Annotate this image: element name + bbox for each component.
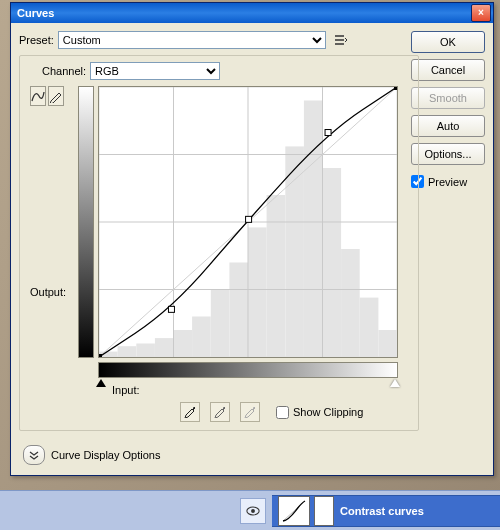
svg-rect-29 (99, 354, 102, 357)
eyedropper-icon (214, 406, 226, 418)
channel-label: Channel: (42, 65, 86, 77)
white-point-slider[interactable] (390, 379, 400, 387)
svg-rect-15 (323, 168, 342, 357)
close-button[interactable]: × (471, 4, 491, 22)
chevron-down-double-icon (29, 450, 39, 460)
curve-tool-button[interactable] (30, 86, 46, 106)
show-clipping-checkbox[interactable] (276, 406, 289, 419)
layer-name-label: Contrast curves (340, 505, 424, 517)
svg-rect-27 (246, 216, 252, 222)
layer-thumbnail-curves (278, 496, 310, 526)
svg-rect-4 (118, 346, 137, 357)
curves-dialog: Curves × Preset: Custom OK Cancel Smooth… (10, 2, 494, 476)
svg-rect-13 (285, 146, 304, 357)
layer-visibility-toggle[interactable] (240, 498, 266, 524)
preset-label: Preset: (19, 34, 54, 46)
pencil-tool-button[interactable] (48, 86, 64, 106)
titlebar[interactable]: Curves × (11, 3, 493, 23)
curve-chart (99, 87, 397, 357)
input-label: Input: (112, 384, 140, 396)
eyedropper-white[interactable] (240, 402, 260, 422)
output-label: Output: (30, 286, 66, 298)
layer-mask-thumbnail (314, 496, 334, 526)
svg-rect-14 (304, 101, 323, 358)
auto-button[interactable]: Auto (411, 115, 485, 137)
preset-menu-button[interactable] (332, 32, 350, 48)
eyedropper-gray[interactable] (210, 402, 230, 422)
svg-rect-30 (394, 87, 397, 90)
smooth-button[interactable]: Smooth (411, 87, 485, 109)
svg-rect-12 (267, 195, 286, 357)
preview-checkbox-row[interactable]: Preview (411, 175, 485, 188)
ok-button[interactable]: OK (411, 31, 485, 53)
output-gradient-bar (78, 86, 94, 358)
curve-scribble-icon (31, 89, 45, 103)
menu-lines-icon (334, 34, 348, 46)
preset-select[interactable]: Custom (58, 31, 326, 49)
svg-rect-6 (155, 338, 174, 357)
eye-icon (246, 506, 260, 516)
channel-select[interactable]: RGB (90, 62, 220, 80)
svg-rect-10 (229, 263, 248, 358)
svg-rect-7 (174, 330, 193, 357)
show-clipping-label: Show Clipping (293, 406, 363, 418)
svg-point-1 (251, 509, 255, 513)
layer-row-selected[interactable]: Contrast curves (272, 495, 500, 527)
cancel-button[interactable]: Cancel (411, 59, 485, 81)
options-button[interactable]: Options... (411, 143, 485, 165)
dialog-title: Curves (17, 7, 471, 19)
show-clipping-row[interactable]: Show Clipping (276, 406, 363, 419)
preview-label: Preview (428, 176, 467, 188)
curve-display-options-label: Curve Display Options (51, 449, 160, 461)
pencil-icon (49, 89, 63, 103)
eyedropper-icon (184, 406, 196, 418)
expand-curve-display-options[interactable] (23, 445, 45, 465)
black-point-slider[interactable] (96, 379, 106, 387)
eyedropper-icon (244, 406, 256, 418)
svg-rect-16 (341, 249, 360, 357)
svg-rect-8 (192, 317, 211, 358)
curve-grid[interactable] (98, 86, 398, 358)
svg-rect-5 (136, 344, 155, 358)
input-gradient-bar (98, 362, 398, 378)
svg-rect-9 (211, 290, 230, 358)
curve-group: Channel: RGB Output: Input: (19, 55, 419, 431)
svg-rect-18 (378, 330, 397, 357)
eyedropper-black[interactable] (180, 402, 200, 422)
svg-rect-28 (325, 130, 331, 136)
svg-rect-17 (360, 298, 379, 357)
layers-panel-row: Contrast curves (0, 490, 500, 530)
svg-rect-11 (248, 227, 267, 357)
svg-rect-26 (168, 306, 174, 312)
